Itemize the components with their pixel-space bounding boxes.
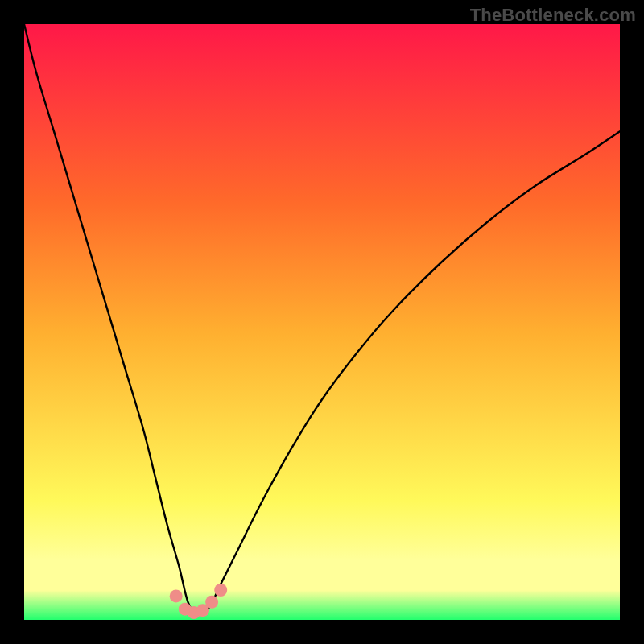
curve-marker bbox=[170, 589, 183, 602]
curve-layer bbox=[24, 24, 620, 620]
curve-marker bbox=[214, 584, 227, 597]
chart-frame: TheBottleneck.com bbox=[0, 0, 644, 644]
curve-marker bbox=[205, 596, 218, 609]
curve-markers bbox=[170, 584, 228, 619]
watermark-text: TheBottleneck.com bbox=[470, 5, 636, 26]
bottleneck-curve bbox=[24, 24, 620, 614]
